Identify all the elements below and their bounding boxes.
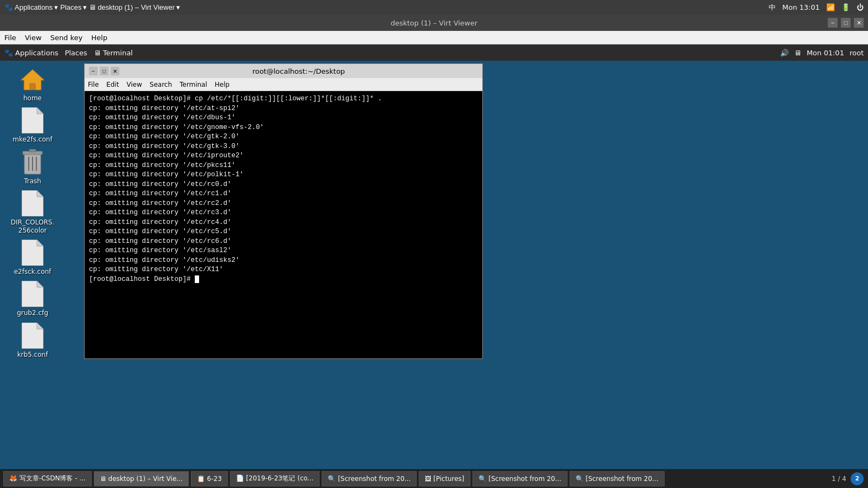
- desktop-icon-home[interactable]: home: [11, 66, 54, 102]
- svg-rect-6: [29, 149, 36, 152]
- desktop-chevron: ▾: [176, 3, 180, 11]
- term-menu-search[interactable]: Search: [150, 81, 172, 88]
- terminal-line: cp: omitting directory '/etc/iproute2': [89, 151, 478, 161]
- inner-taskbar: 🦊 写文章-CSDN博客 - ...🖥 desktop (1) – Virt V…: [0, 469, 868, 488]
- terminal-body[interactable]: [root@localhost Desktop]# cp /etc/*[[:di…: [85, 91, 482, 358]
- terminal-minimize-btn[interactable]: −: [89, 67, 98, 75]
- terminal-line: cp: omitting directory '/etc/X11': [89, 265, 478, 275]
- taskbar-item[interactable]: 🔍 [Screenshot from 20...: [322, 471, 417, 486]
- desktop-icon-grub2[interactable]: grub2.cfg: [11, 281, 54, 317]
- terminal-line: cp: omitting directory '/etc/gnome-vfs-2…: [89, 123, 478, 133]
- terminal-cursor: [195, 275, 199, 283]
- taskbar-pager-button[interactable]: 2: [851, 472, 864, 485]
- desktop-taskbar-btn[interactable]: 🖥 desktop (1) – Virt Viewer ▾: [89, 3, 180, 11]
- trash-icon: [20, 149, 46, 175]
- inner-time: Mon 01:01: [807, 49, 844, 57]
- applications-menu[interactable]: 🐾 Applications ▾: [4, 3, 58, 11]
- virt-maximize-button[interactable]: □: [841, 18, 851, 28]
- places-menu[interactable]: Places ▾: [60, 3, 87, 11]
- inner-terminal-menu[interactable]: 🖥 Terminal: [94, 49, 133, 57]
- virt-titlebar: desktop (1) – Virt Viewer − □ ✕: [0, 15, 868, 31]
- home-icon: [20, 66, 46, 92]
- terminal-line: cp: omitting directory '/etc/gtk-2.0': [89, 132, 478, 142]
- terminal-line: cp: omitting directory '/etc/rc4.d': [89, 218, 478, 228]
- input-method: 中: [769, 3, 776, 12]
- topbar-left: 🐾 Applications ▾ Places ▾ 🖥 desktop (1) …: [4, 3, 180, 11]
- mke2fs-icon: [20, 107, 46, 133]
- mke2fs-icon-label: mke2fs.conf: [12, 136, 52, 143]
- home-icon-label: home: [23, 94, 42, 102]
- taskbar-item[interactable]: 📋 6-23: [191, 471, 228, 486]
- virt-title-text: desktop (1) – Virt Viewer: [391, 19, 477, 27]
- trash-icon-label: Trash: [24, 177, 41, 185]
- inner-topbar: 🐾 Applications Places 🖥 Terminal 🔊 🖥 Mon…: [0, 44, 868, 61]
- desktop-label: desktop (1) – Virt Viewer: [98, 3, 175, 11]
- terminal-close-btn[interactable]: ✕: [111, 67, 119, 75]
- time-display: Mon 13:01: [782, 3, 820, 11]
- svg-marker-17: [37, 323, 43, 329]
- svg-marker-15: [37, 281, 43, 287]
- virt-menu-help[interactable]: Help: [91, 34, 107, 42]
- terminal-menubar: File Edit View Search Terminal Help: [85, 78, 482, 91]
- terminal-line: cp: omitting directory '/etc/gtk-3.0': [89, 142, 478, 152]
- virt-menubar: File View Send key Help: [0, 31, 868, 44]
- terminal-title: root@localhost:~/Desktop: [119, 67, 478, 75]
- desktop-icon-e2fsck[interactable]: e2fsck.conf: [11, 240, 54, 275]
- terminal-line: cp: omitting directory '/etc/rc0.d': [89, 180, 478, 190]
- virt-viewer-frame: desktop (1) – Virt Viewer − □ ✕ File Vie…: [0, 15, 868, 488]
- taskbar-item[interactable]: 🦊 写文章-CSDN博客 - ...: [3, 471, 92, 486]
- term-menu-terminal[interactable]: Terminal: [180, 81, 207, 88]
- topbar-right: 中 Mon 13:01 📶 🔋 ⏻: [769, 3, 864, 12]
- krb5-icon: [20, 323, 46, 349]
- inner-topbar-right: 🔊 🖥 Mon 01:01 root: [780, 49, 864, 57]
- virt-window-controls: − □ ✕: [828, 18, 864, 28]
- virt-menu-sendkey[interactable]: Send key: [50, 34, 83, 42]
- virt-menu-view[interactable]: View: [25, 34, 42, 42]
- svg-rect-1: [29, 84, 36, 90]
- desktop-icon-mke2fs[interactable]: mke2fs.conf: [11, 107, 54, 143]
- grub2-icon-label: grub2.cfg: [17, 309, 48, 317]
- term-menu-help[interactable]: Help: [215, 81, 229, 88]
- desktop-icon-trash[interactable]: Trash: [11, 149, 54, 185]
- taskbar-item[interactable]: 🖼 [Pictures]: [419, 471, 470, 486]
- terminal-line: cp: omitting directory '/etc/polkit-1': [89, 170, 478, 180]
- term-menu-edit[interactable]: Edit: [106, 81, 119, 88]
- system-topbar: 🐾 Applications ▾ Places ▾ 🖥 desktop (1) …: [0, 0, 868, 15]
- virt-close-button[interactable]: ✕: [854, 18, 864, 28]
- taskbar-item[interactable]: 🔍 [Screenshot from 20...: [570, 471, 665, 486]
- inner-places-menu[interactable]: Places: [65, 49, 87, 57]
- taskbar-item[interactable]: 🖥 desktop (1) – Virt Vie...: [94, 471, 189, 486]
- places-chevron: ▾: [83, 3, 87, 11]
- taskbar-item[interactable]: 📄 [2019-6-23笔记 (co...: [230, 471, 320, 486]
- inner-applications-menu[interactable]: 🐾 Applications: [4, 49, 58, 57]
- terminal-line: [root@localhost Desktop]#: [89, 275, 478, 285]
- inner-terminal-icon: 🖥: [94, 49, 101, 57]
- battery-icon: 🔋: [841, 3, 850, 11]
- terminal-line: cp: omitting directory '/etc/pkcs11': [89, 161, 478, 171]
- terminal-window: − □ ✕ root@localhost:~/Desktop File Edit…: [84, 63, 483, 359]
- terminal-line: cp: omitting directory '/etc/rc6.d': [89, 237, 478, 247]
- svg-marker-13: [37, 240, 43, 246]
- grub2-icon: [20, 281, 46, 307]
- term-menu-file[interactable]: File: [88, 81, 99, 88]
- terminal-line: cp: omitting directory '/etc/sasl2': [89, 246, 478, 256]
- inner-places-label: Places: [65, 49, 87, 57]
- terminal-line: cp: omitting directory '/etc/rc2.d': [89, 199, 478, 209]
- desktop-icon-dircolors[interactable]: DIR_COLORS. 256color: [11, 190, 54, 234]
- krb5-icon-label: krb5.conf: [17, 351, 48, 358]
- dircolors-icon-label: DIR_COLORS. 256color: [11, 219, 54, 234]
- desktop-icons-area: home mke2fs.conf: [11, 66, 54, 358]
- wifi-icon: 📶: [826, 3, 835, 11]
- taskbar-item[interactable]: 🔍 [Screenshot from 20...: [473, 471, 567, 486]
- e2fsck-icon: [20, 240, 46, 266]
- virt-menu-file[interactable]: File: [4, 34, 16, 42]
- term-menu-view[interactable]: View: [126, 81, 142, 88]
- terminal-maximize-btn[interactable]: □: [100, 67, 108, 75]
- desktop-icon-krb5[interactable]: krb5.conf: [11, 323, 54, 358]
- terminal-line: cp: omitting directory '/etc/udisks2': [89, 256, 478, 266]
- inner-apps-icon: 🐾: [4, 49, 13, 57]
- virt-minimize-button[interactable]: −: [828, 18, 838, 28]
- apps-chevron: ▾: [54, 3, 58, 11]
- svg-marker-11: [37, 190, 43, 197]
- apps-icon: 🐾: [4, 3, 13, 11]
